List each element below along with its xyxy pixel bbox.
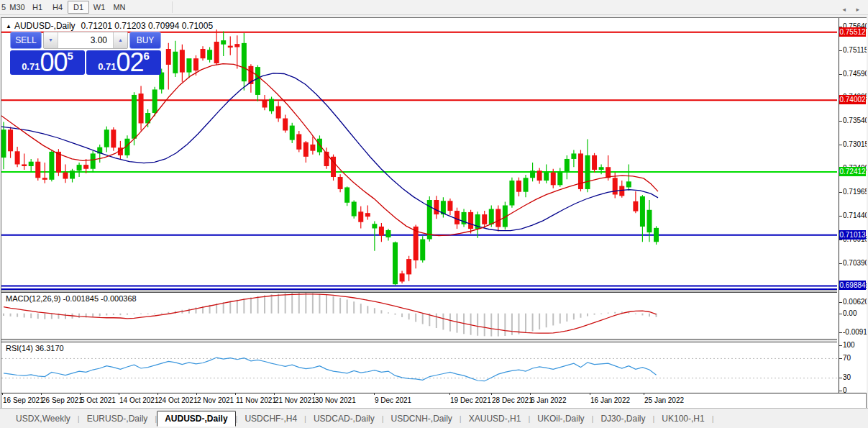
candle (393, 242, 398, 286)
macd-histogram-bar (635, 314, 636, 314)
candle (585, 139, 590, 192)
buy-price-prefix: 0.71 (98, 60, 116, 73)
macd-histogram-bar (641, 314, 643, 316)
lot-size-spinner: ▼ 3.00 ▲ (43, 32, 128, 49)
buy-button[interactable]: BUY (129, 32, 161, 49)
candle (242, 33, 247, 91)
candle (29, 159, 34, 172)
macd-histogram-bar (10, 314, 12, 317)
macd-histogram-bar (243, 299, 245, 314)
period-d1[interactable]: D1 (68, 1, 89, 14)
sell-button[interactable]: SELL (10, 32, 42, 49)
buy-price-pip: 6 (144, 52, 150, 60)
rsi-pane[interactable] (1, 342, 837, 393)
macd-histogram-bar (374, 308, 375, 313)
lot-size-input[interactable]: 3.00 (58, 32, 114, 48)
macd-histogram-bar (119, 314, 121, 315)
chart-tab-usdcnh-[interactable]: USDCNH-,Daily (384, 411, 460, 426)
toolbar-separator (173, 1, 174, 13)
candle (365, 206, 370, 220)
one-click-trading-panel: SELL ▼ 3.00 ▲ BUY 0.71005 0.71026 (10, 32, 161, 75)
period-h4[interactable]: H4 (47, 1, 68, 13)
date-label: 14 Oct 2021 (119, 396, 158, 404)
chart-tab-dj30-[interactable]: DJ30-,Daily (593, 411, 652, 426)
candle (186, 58, 191, 78)
macd-histogram-bar (649, 314, 650, 317)
macd-histogram-bar (65, 314, 66, 319)
price-tick-label: 0.73015 (843, 140, 867, 148)
tab-scroll-arrows[interactable]: ◂ ▸ (842, 6, 864, 13)
candle (290, 123, 295, 143)
macd-histogram-bar (285, 293, 286, 314)
period-5[interactable]: 5 (0, 1, 7, 13)
macd-histogram-bar (353, 301, 355, 313)
macd-histogram-bar (140, 314, 142, 314)
axis-tick (839, 302, 842, 303)
rsi-tick-label: 30 (843, 373, 851, 381)
buy-price-main: 02 (116, 52, 143, 73)
date-label: 11 Nov 2021 (236, 396, 276, 404)
macd-histogram-bar (347, 299, 348, 313)
candle (269, 96, 274, 114)
macd-histogram-bar (271, 294, 273, 313)
chart-tab-ukoil-[interactable]: UKOil-,Daily (530, 411, 591, 426)
axis-tick (839, 145, 842, 145)
macd-histogram-bar (518, 314, 519, 334)
date-tick (314, 393, 315, 395)
lot-increase-icon[interactable]: ▲ (114, 32, 127, 48)
macd-histogram-bar (442, 314, 444, 330)
time-axis-line (1, 393, 866, 393)
chart-tab-eurusd-[interactable]: EURUSD-,Daily (80, 411, 155, 426)
macd-histogram-bar (326, 295, 327, 314)
macd-histogram-bar (566, 314, 567, 322)
lot-decrease-icon[interactable]: ▼ (44, 32, 58, 48)
candle (173, 41, 178, 77)
candle (111, 127, 116, 151)
date-tick (374, 393, 375, 395)
chart-tab-usdcad-[interactable]: USDCAD-,Daily (306, 411, 382, 426)
price-level-badge: 0.72412 (839, 167, 866, 176)
price-tick-label: 0.70390 (843, 259, 867, 267)
time-axis[interactable]: 16 Sep 202126 Sep 20215 Oct 202114 Oct 2… (1, 394, 837, 406)
collapse-icon[interactable]: ▲ (6, 23, 12, 29)
macd-histogram-bar (449, 314, 451, 332)
macd-histogram-bar (367, 306, 368, 313)
rsi-tick-label: 100 (843, 341, 855, 349)
date-label: 6 Jan 2022 (531, 396, 567, 404)
candle (358, 206, 363, 229)
candle (619, 181, 624, 198)
chart-tab-uk100-[interactable]: UK100-,H1 (654, 411, 711, 426)
macd-histogram-bar (161, 313, 163, 314)
candle (77, 163, 82, 177)
date-tick (2, 393, 3, 395)
macd-histogram-bar (223, 302, 224, 314)
date-tick (157, 393, 158, 395)
axis-tick (839, 332, 842, 333)
candle (524, 175, 529, 197)
sell-price[interactable]: 0.71005 (10, 50, 85, 75)
date-tick (235, 393, 236, 395)
axis-tick (839, 378, 842, 378)
chart-tab-usdchf-[interactable]: USDCHF-,H4 (237, 411, 304, 426)
chart-tab-audusd-[interactable]: AUDUSD-,Daily (157, 411, 235, 427)
axis-tick (839, 50, 842, 51)
macd-histogram-bar (614, 312, 616, 314)
period-h1[interactable]: H1 (27, 1, 47, 13)
period-w1[interactable]: W1 (89, 1, 109, 13)
period-mn[interactable]: MN (109, 1, 129, 13)
candle (145, 109, 150, 127)
price-axis[interactable]: 0.756400.751150.745900.740650.735400.730… (839, 18, 867, 393)
macd-histogram-bar (51, 314, 52, 319)
candle (221, 32, 226, 56)
candle (338, 174, 343, 192)
candle (400, 270, 405, 283)
macd-histogram-bar (600, 314, 602, 314)
chart-tab-usdx[interactable]: USDX,Weekly (9, 411, 78, 426)
period-m30[interactable]: M30 (7, 1, 27, 13)
buy-price[interactable]: 0.71026 (86, 50, 161, 75)
chart-tab-xauusd-[interactable]: XAUUSD-,H1 (462, 411, 529, 426)
candle (70, 169, 75, 183)
macd-histogram-bar (229, 301, 231, 313)
candle (255, 65, 260, 101)
macd-histogram-bar (456, 314, 457, 333)
